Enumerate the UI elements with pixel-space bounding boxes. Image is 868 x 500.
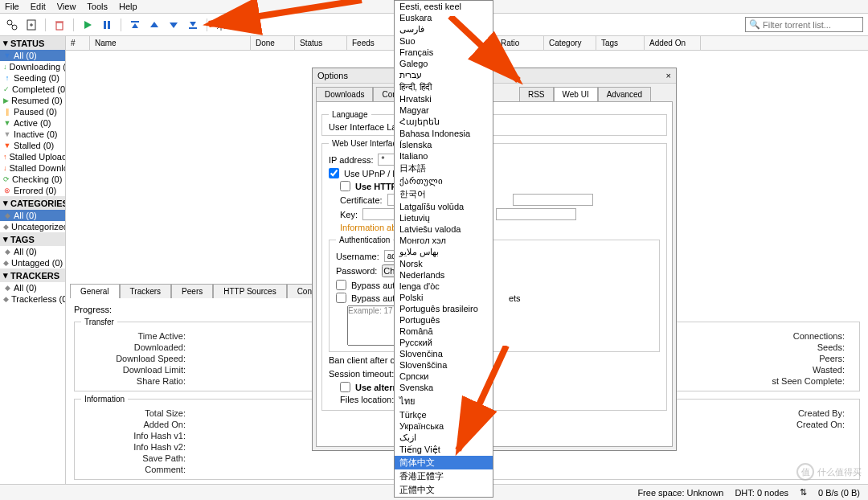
column-header[interactable]: Added On bbox=[645, 36, 701, 50]
svg-rect-10 bbox=[108, 21, 110, 29]
language-option[interactable]: 한국어 bbox=[395, 187, 493, 201]
sidebar-item[interactable]: ↓Downloading (0) bbox=[0, 61, 65, 72]
menu-file[interactable]: File bbox=[5, 2, 19, 11]
svg-line-29 bbox=[458, 346, 506, 450]
language-option[interactable]: lenga d'òc bbox=[395, 281, 493, 292]
sidebar-head[interactable]: ▾CATEGORIES bbox=[0, 196, 65, 210]
svg-marker-8 bbox=[84, 21, 92, 29]
search-box[interactable]: 🔍 bbox=[745, 17, 863, 32]
menu-edit[interactable]: Edit bbox=[31, 2, 46, 11]
language-option[interactable]: Հայերեն bbox=[395, 116, 493, 128]
sidebar-item[interactable]: ▶Resumed (0) bbox=[0, 95, 65, 106]
language-option[interactable]: Polski bbox=[395, 292, 493, 303]
sidebar-item[interactable]: ⊗Errored (0) bbox=[0, 185, 65, 196]
svg-line-2 bbox=[11, 24, 13, 26]
sidebar-head[interactable]: ▾TRACKERS bbox=[0, 268, 65, 282]
svg-rect-6 bbox=[56, 23, 63, 30]
sidebar-item[interactable]: ▼Stalled (0) bbox=[0, 140, 65, 151]
sidebar-item[interactable]: ∥Paused (0) bbox=[0, 106, 65, 117]
search-icon: 🔍 bbox=[749, 19, 760, 30]
sidebar-item[interactable]: ↓Stalled Downlo.. bbox=[0, 162, 65, 174]
delete-icon[interactable] bbox=[52, 18, 67, 32]
key-input[interactable] bbox=[362, 208, 395, 220]
language-option[interactable]: Português brasileiro bbox=[395, 303, 493, 314]
menu-help[interactable]: Help bbox=[119, 2, 137, 11]
sidebar-item[interactable]: ▼Inactive (0) bbox=[0, 129, 65, 140]
language-option[interactable]: Eesti, eesti keel bbox=[395, 1, 493, 12]
sidebar-item[interactable]: ◆Uncategorized (0) bbox=[0, 221, 65, 232]
sidebar-item[interactable]: ◆All (0) bbox=[0, 282, 65, 293]
language-option[interactable]: بهاس ملايو bbox=[395, 246, 493, 258]
detail-tab[interactable]: Trackers bbox=[120, 284, 172, 298]
column-header[interactable]: Tags bbox=[596, 36, 645, 50]
sidebar-head[interactable]: ▾STATUS bbox=[0, 36, 65, 50]
options-tab-advanced[interactable]: Advanced bbox=[598, 87, 651, 101]
language-option[interactable]: Lietuvių bbox=[395, 212, 493, 223]
options-tab-web ui[interactable]: Web UI bbox=[554, 87, 598, 101]
svg-marker-12 bbox=[132, 23, 138, 28]
language-option[interactable]: Nederlands bbox=[395, 269, 493, 281]
language-option[interactable]: Italiano bbox=[395, 150, 493, 162]
close-icon[interactable]: × bbox=[666, 71, 671, 80]
sidebar-item[interactable]: ↑Stalled Uploadi.. bbox=[0, 151, 65, 162]
column-header[interactable]: # bbox=[66, 36, 90, 50]
sidebar-item[interactable]: ⟳Checking (0) bbox=[0, 174, 65, 185]
status-free-space: Free space: Unknown bbox=[637, 488, 723, 498]
add-file-icon[interactable] bbox=[24, 18, 39, 32]
language-option[interactable]: 日本語 bbox=[395, 162, 493, 175]
pause-icon[interactable] bbox=[100, 18, 114, 32]
language-option[interactable]: ქართული bbox=[395, 175, 493, 187]
sidebar-item[interactable]: ◆All (0) bbox=[0, 210, 65, 221]
top-icon[interactable] bbox=[128, 18, 142, 32]
sidebar-head[interactable]: ▾TAGS bbox=[0, 232, 65, 246]
detail-tab[interactable]: Peers bbox=[171, 284, 213, 298]
sidebar-item[interactable]: ↑Seeding (0) bbox=[0, 72, 65, 84]
detail-tab[interactable]: General bbox=[70, 284, 120, 298]
up-icon[interactable] bbox=[147, 18, 162, 32]
upnp-check[interactable] bbox=[329, 168, 339, 178]
language-option[interactable]: Português bbox=[395, 314, 493, 326]
status-dht: DHT: 0 nodes bbox=[735, 488, 788, 498]
search-input[interactable] bbox=[763, 20, 859, 30]
language-option[interactable]: Монгол хэл bbox=[395, 235, 493, 246]
sidebar-item[interactable]: ◆Untagged (0) bbox=[0, 257, 65, 268]
progress-label: Progress: bbox=[74, 305, 112, 314]
menu-view[interactable]: View bbox=[57, 2, 76, 11]
menu-tools[interactable]: Tools bbox=[87, 2, 108, 11]
detail-tab[interactable]: HTTP Sources bbox=[213, 284, 286, 298]
language-option[interactable]: Íslenska bbox=[395, 139, 493, 150]
https-check[interactable] bbox=[340, 181, 350, 191]
language-option[interactable]: 正體中文 bbox=[395, 483, 493, 497]
svg-line-28 bbox=[450, 16, 518, 80]
svg-rect-9 bbox=[104, 21, 106, 29]
language-option[interactable]: Latviešu valoda bbox=[395, 223, 493, 235]
language-option[interactable]: Română bbox=[395, 326, 493, 337]
sidebar-item[interactable]: ◆Trackerless (0) bbox=[0, 293, 65, 305]
language-option[interactable]: Norsk bbox=[395, 258, 493, 269]
language-option[interactable]: Magyar bbox=[395, 105, 493, 116]
sidebar-item[interactable]: ✓Completed (0) bbox=[0, 84, 65, 95]
language-option[interactable]: Latgalīšu volūda bbox=[395, 201, 493, 212]
svg-line-27 bbox=[209, 0, 362, 24]
resume-icon[interactable] bbox=[80, 18, 95, 32]
sidebar-item[interactable]: ◆All (0) bbox=[0, 246, 65, 257]
language-option[interactable]: Bahasa Indonesia bbox=[395, 128, 493, 139]
svg-marker-13 bbox=[150, 22, 158, 27]
add-link-icon[interactable] bbox=[5, 18, 19, 32]
sidebar-item[interactable]: ▼Active (0) bbox=[0, 117, 65, 129]
status-rate: 0 B/s (0 B) bbox=[818, 488, 860, 498]
sidebar-item[interactable]: ▼All (0) bbox=[0, 50, 65, 61]
